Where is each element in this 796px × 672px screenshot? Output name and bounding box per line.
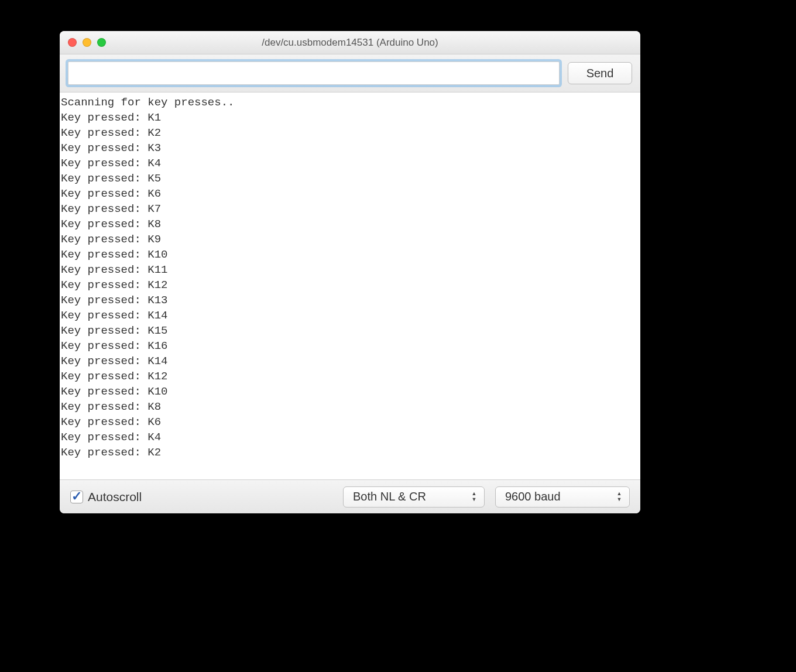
serial-input[interactable] — [68, 61, 560, 85]
baud-rate-select[interactable]: 9600 baud ▲▼ — [495, 486, 630, 508]
close-icon[interactable] — [68, 38, 77, 47]
autoscroll-label: Autoscroll — [88, 490, 142, 504]
serial-input-row: Send — [60, 54, 640, 92]
minimize-icon[interactable] — [83, 38, 91, 47]
traffic-lights — [68, 38, 106, 47]
select-arrows-icon: ▲▼ — [468, 487, 481, 507]
titlebar[interactable]: /dev/cu.usbmodem14531 (Arduino Uno) — [60, 31, 640, 54]
send-button[interactable]: Send — [568, 62, 632, 84]
serial-output-area[interactable]: Scanning for key presses.. Key pressed: … — [60, 92, 640, 479]
autoscroll-checkbox[interactable] — [70, 491, 83, 503]
autoscroll-checkbox-wrap[interactable]: Autoscroll — [70, 490, 142, 504]
select-arrows-icon: ▲▼ — [613, 487, 626, 507]
maximize-icon[interactable] — [97, 38, 106, 47]
line-ending-value: Both NL & CR — [353, 490, 426, 503]
line-ending-select[interactable]: Both NL & CR ▲▼ — [343, 486, 485, 508]
window-title: /dev/cu.usbmodem14531 (Arduino Uno) — [60, 37, 640, 49]
serial-monitor-window: /dev/cu.usbmodem14531 (Arduino Uno) Send… — [60, 31, 640, 513]
bottom-toolbar: Autoscroll Both NL & CR ▲▼ 9600 baud ▲▼ — [60, 479, 640, 513]
baud-rate-value: 9600 baud — [505, 490, 561, 503]
